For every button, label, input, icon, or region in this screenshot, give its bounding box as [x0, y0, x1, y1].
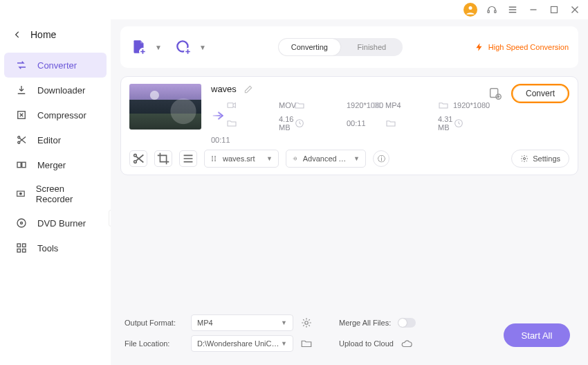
add-url-dropdown[interactable]: ▼: [199, 44, 206, 51]
tab-label: Finished: [358, 43, 387, 51]
headset-icon[interactable]: [486, 3, 498, 16]
crop-button[interactable]: [154, 150, 172, 167]
sidebar-item-downloader[interactable]: Downloader: [4, 78, 107, 103]
sidebar-item-dvd-burner[interactable]: DVD Burner: [4, 211, 107, 235]
svg-point-28: [524, 158, 526, 160]
svg-point-5: [18, 136, 20, 139]
clock-icon: [453, 118, 464, 129]
task-card: waves MOV 1920*1080 MP4 1920*1080: [120, 76, 578, 175]
info-button[interactable]: ⓘ: [373, 150, 389, 167]
converter-icon: [15, 59, 28, 71]
output-format-select[interactable]: MP4 ▼: [191, 314, 293, 331]
svg-point-29: [305, 321, 309, 325]
bolt-icon: [475, 42, 484, 52]
settings-label: Settings: [533, 154, 560, 163]
main: ▼ ▼ Converting Finished High Speed Conve…: [111, 19, 588, 365]
svg-point-27: [134, 161, 137, 163]
close-icon[interactable]: [569, 3, 581, 16]
start-all-label: Start All: [522, 330, 553, 341]
avatar[interactable]: [463, 3, 477, 17]
svg-rect-1: [488, 10, 489, 13]
merge-label: Merge All Files:: [339, 319, 391, 327]
high-speed-label: High Speed Conversion: [488, 43, 569, 51]
src-dur: 00:11: [347, 119, 370, 127]
edit-icon[interactable]: [244, 84, 253, 94]
sidebar-item-screen-recorder[interactable]: Screen Recorder: [4, 177, 107, 211]
src-size: 4.16 MB: [279, 115, 294, 132]
more-button[interactable]: [179, 150, 197, 167]
folder-icon: [385, 118, 396, 129]
chevron-down-icon: ▼: [353, 155, 360, 162]
svg-rect-16: [23, 249, 26, 253]
output-settings-icon[interactable]: [488, 86, 503, 101]
sidebar-item-label: Compressor: [37, 110, 86, 121]
src-codec: MOV: [279, 101, 294, 109]
task-settings-button[interactable]: Settings: [511, 150, 569, 168]
arrow-right-icon: [211, 108, 226, 123]
format-settings-icon[interactable]: [300, 317, 313, 329]
file-location-select[interactable]: D:\Wondershare UniConverter 1 ▼: [191, 335, 293, 352]
trim-button[interactable]: [129, 150, 147, 167]
svg-rect-2: [495, 10, 496, 13]
sidebar-item-merger[interactable]: Merger: [4, 152, 107, 177]
folder-icon: [438, 100, 449, 111]
sidebar-item-label: Tools: [37, 243, 58, 253]
high-speed-link[interactable]: High Speed Conversion: [475, 42, 569, 52]
sidebar-item-editor[interactable]: Editor: [4, 127, 107, 152]
tab-segmented: Converting Finished: [278, 38, 403, 56]
thumbnail[interactable]: [129, 84, 201, 130]
add-file-dropdown[interactable]: ▼: [155, 44, 162, 51]
audio-value: Advanced Audi...: [303, 154, 349, 163]
svg-rect-14: [23, 244, 26, 247]
sidebar-item-label: Downloader: [37, 85, 85, 96]
sidebar-item-label: Merger: [37, 160, 66, 170]
recorder-icon: [15, 188, 26, 200]
folder-icon: [226, 118, 237, 129]
hamburger-icon[interactable]: [506, 3, 519, 16]
sidebar-item-converter[interactable]: Converter: [4, 53, 107, 78]
scissors-icon: [15, 134, 28, 146]
maximize-icon[interactable]: [548, 3, 560, 16]
svg-point-0: [469, 6, 472, 10]
audio-select[interactable]: Advanced Audi... ▼: [286, 150, 366, 168]
svg-rect-7: [17, 162, 21, 168]
titlebar: [0, 0, 588, 19]
camera-icon: [226, 100, 237, 111]
camera-icon: [370, 100, 381, 111]
cloud-icon[interactable]: [401, 337, 413, 350]
chevron-down-icon: ▼: [281, 319, 287, 326]
toolbar: ▼ ▼ Converting Finished High Speed Conve…: [120, 26, 578, 68]
svg-point-11: [17, 219, 26, 227]
output-format-value: MP4: [197, 319, 213, 327]
merge-toggle[interactable]: [398, 318, 416, 328]
add-url-button[interactable]: [174, 38, 192, 56]
sidebar-item-label: Screen Recorder: [36, 184, 95, 204]
tab-finished[interactable]: Finished: [341, 38, 403, 56]
convert-label: Convert: [526, 89, 555, 98]
start-all-button[interactable]: Start All: [504, 323, 570, 347]
dst-dur: 00:11: [211, 136, 226, 144]
sidebar-item-tools[interactable]: Tools: [4, 235, 107, 260]
svg-point-26: [134, 154, 137, 157]
sidebar: Home Converter Downloader Compressor Edi…: [0, 19, 111, 365]
sidebar-item-compressor[interactable]: Compressor: [4, 103, 107, 127]
svg-rect-8: [22, 162, 26, 168]
gear-icon: [520, 154, 529, 163]
chevron-down-icon: ▼: [281, 340, 287, 347]
file-location-label: File Location:: [125, 339, 184, 348]
tab-converting[interactable]: Converting: [279, 39, 340, 55]
svg-point-12: [21, 222, 23, 224]
home-label: Home: [30, 29, 56, 40]
src-res: 1920*1080: [347, 101, 370, 109]
subtitle-select[interactable]: waves.srt ▼: [204, 150, 279, 168]
home-link[interactable]: Home: [0, 25, 111, 53]
subtitle-value: waves.srt: [223, 154, 255, 163]
minimize-icon[interactable]: [527, 3, 540, 16]
add-file-button[interactable]: [130, 38, 148, 56]
dst-size: 4.31 MB: [438, 115, 453, 132]
folder-icon: [294, 100, 305, 111]
svg-rect-3: [551, 7, 558, 13]
open-folder-icon[interactable]: [300, 337, 313, 350]
sidebar-item-label: DVD Burner: [37, 218, 86, 229]
convert-button[interactable]: Convert: [511, 84, 569, 103]
